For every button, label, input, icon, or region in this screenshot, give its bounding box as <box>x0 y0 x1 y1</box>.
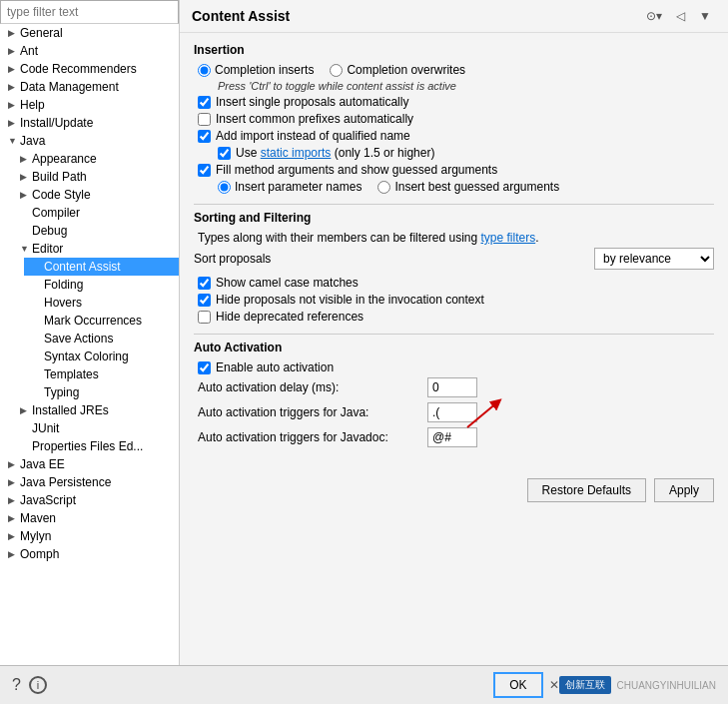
delay-row: Auto activation delay (ms): <box>198 377 714 397</box>
panel-title: Content Assist <box>192 8 290 24</box>
panel-header: Content Assist ⊙▾ ◁ ▼ <box>180 0 728 33</box>
completion-inserts-radio[interactable] <box>198 64 211 77</box>
insert-common-row: Insert common prefixes automatically <box>194 112 714 126</box>
sidebar-item-java-code-style[interactable]: ▶ Code Style <box>12 186 179 204</box>
sidebar-item-syntax-coloring[interactable]: Syntax Coloring <box>24 348 179 365</box>
sidebar-item-typing[interactable]: Typing <box>24 383 179 401</box>
sidebar-item-code-recommenders[interactable]: ▶ Code Recommenders <box>0 60 179 78</box>
insert-best-label[interactable]: Insert best guessed arguments <box>377 180 559 194</box>
insert-param-radio[interactable] <box>218 181 231 194</box>
menu-button[interactable]: ▼ <box>694 6 716 26</box>
completion-overwrites-label[interactable]: Completion overwrites <box>330 63 465 77</box>
sidebar-item-java-ee[interactable]: ▶ Java EE <box>0 455 179 473</box>
triggers-javadoc-input[interactable] <box>427 427 477 447</box>
sidebar-item-java-debug[interactable]: Debug <box>12 222 179 240</box>
insert-single-label[interactable]: Insert single proposals automatically <box>216 95 408 109</box>
sidebar-item-java[interactable]: ▼ Java <box>0 132 179 150</box>
triggers-javadoc-label: Auto activation triggers for Javadoc: <box>198 430 427 444</box>
hide-deprecated-checkbox[interactable] <box>198 311 211 324</box>
expand-icon <box>20 423 32 433</box>
completion-overwrites-radio[interactable] <box>330 64 343 77</box>
insert-param-label[interactable]: Insert parameter names <box>218 180 362 194</box>
fill-method-row: Fill method arguments and show guessed a… <box>194 163 714 177</box>
expand-icon: ▶ <box>8 477 20 487</box>
sidebar-item-java-compiler[interactable]: Compiler <box>12 204 179 222</box>
type-filters-link[interactable]: type filters <box>481 231 536 245</box>
add-import-label[interactable]: Add import instead of qualified name <box>216 129 410 143</box>
enable-auto-checkbox[interactable] <box>198 361 211 374</box>
sidebar-item-maven[interactable]: ▶ Maven <box>0 509 179 527</box>
sidebar-item-install-update[interactable]: ▶ Install/Update <box>0 114 179 132</box>
sidebar-item-content-assist[interactable]: Content Assist <box>24 258 179 276</box>
insert-best-radio[interactable] <box>377 181 390 194</box>
hide-proposals-row: Hide proposals not visible in the invoca… <box>194 293 714 307</box>
show-camel-checkbox[interactable] <box>198 277 211 290</box>
sidebar-item-templates[interactable]: Templates <box>24 365 179 383</box>
restore-defaults-button[interactable]: Restore Defaults <box>527 478 646 502</box>
back-button[interactable]: ⊙▾ <box>641 6 667 26</box>
sidebar-item-oomph[interactable]: ▶ Oomph <box>0 545 179 563</box>
insert-single-checkbox[interactable] <box>198 96 211 109</box>
hide-proposals-checkbox[interactable] <box>198 294 211 307</box>
enable-auto-label[interactable]: Enable auto activation <box>216 360 334 374</box>
enable-auto-row: Enable auto activation <box>194 360 714 374</box>
expand-icon <box>32 280 44 290</box>
apply-button[interactable]: Apply <box>654 478 714 502</box>
hide-proposals-label[interactable]: Hide proposals not visible in the invoca… <box>216 293 484 307</box>
use-static-label[interactable]: Use static imports (only 1.5 or higher) <box>236 146 434 160</box>
forward-button[interactable]: ◁ <box>671 6 690 26</box>
sort-proposals-select[interactable]: by relevance alphabetically <box>594 248 714 270</box>
insert-common-checkbox[interactable] <box>198 113 211 126</box>
insertion-section-title: Insertion <box>194 43 714 57</box>
footer-actions: OK ✕ <box>493 672 558 698</box>
sidebar-item-ant[interactable]: ▶ Ant <box>0 42 179 60</box>
sidebar-item-installed-jres[interactable]: ▶ Installed JREs <box>12 401 179 419</box>
use-static-checkbox[interactable] <box>218 147 231 160</box>
sidebar-item-java-appearance[interactable]: ▶ Appearance <box>12 150 179 168</box>
param-mode-group: Insert parameter names Insert best guess… <box>194 180 714 194</box>
expand-icon: ▶ <box>8 118 20 128</box>
expand-icon <box>20 226 32 236</box>
sidebar-item-mark-occurrences[interactable]: Mark Occurrences <box>24 312 179 330</box>
watermark-sub: CHUANGYINHUILIAN <box>617 680 716 691</box>
sidebar-item-help[interactable]: ▶ Help <box>0 96 179 114</box>
delay-input[interactable] <box>427 377 477 397</box>
sidebar-item-mylyn[interactable]: ▶ Mylyn <box>0 527 179 545</box>
add-import-checkbox[interactable] <box>198 130 211 143</box>
sidebar-item-java-editor[interactable]: ▼ Editor <box>12 240 179 258</box>
cancel-icon[interactable]: ✕ <box>549 678 559 692</box>
expand-icon: ▶ <box>20 172 32 182</box>
sidebar-item-java-persistence[interactable]: ▶ Java Persistence <box>0 473 179 491</box>
sidebar-item-hovers[interactable]: Hovers <box>24 294 179 312</box>
triggers-java-input[interactable] <box>427 402 477 422</box>
expand-icon <box>20 441 32 451</box>
static-imports-link[interactable]: static imports <box>261 146 332 160</box>
fill-method-checkbox[interactable] <box>198 164 211 177</box>
fill-method-label[interactable]: Fill method arguments and show guessed a… <box>216 163 497 177</box>
sidebar-item-java-build-path[interactable]: ▶ Build Path <box>12 168 179 186</box>
sidebar-item-folding[interactable]: Folding <box>24 276 179 294</box>
sidebar-item-junit[interactable]: JUnit <box>12 419 179 437</box>
show-camel-label[interactable]: Show camel case matches <box>216 276 359 290</box>
insert-common-label[interactable]: Insert common prefixes automatically <box>216 112 413 126</box>
help-icon[interactable]: ? <box>12 676 21 694</box>
expand-icon <box>32 298 44 308</box>
sidebar-item-general[interactable]: ▶ General <box>0 24 179 42</box>
ok-button[interactable]: OK <box>493 672 542 698</box>
expand-icon <box>32 387 44 397</box>
insert-single-row: Insert single proposals automatically <box>194 95 714 109</box>
sidebar-item-data-management[interactable]: ▶ Data Management <box>0 78 179 96</box>
completion-inserts-label[interactable]: Completion inserts <box>198 63 314 77</box>
expand-icon <box>32 334 44 344</box>
sidebar-item-properties-files[interactable]: Properties Files Ed... <box>12 437 179 455</box>
filter-input[interactable] <box>0 0 179 24</box>
info-icon[interactable]: i <box>29 676 47 694</box>
sidebar: ▶ General ▶ Ant ▶ Code Recommenders ▶ Da… <box>0 0 180 665</box>
triggers-java-row: Auto activation triggers for Java: <box>198 402 714 422</box>
tree: ▶ General ▶ Ant ▶ Code Recommenders ▶ Da… <box>0 24 179 665</box>
sidebar-item-save-actions[interactable]: Save Actions <box>24 330 179 348</box>
expand-icon <box>32 369 44 379</box>
sidebar-item-javascript[interactable]: ▶ JavaScript <box>0 491 179 509</box>
completion-mode-group: Completion inserts Completion overwrites <box>194 63 714 77</box>
hide-deprecated-label[interactable]: Hide deprecated references <box>216 310 364 324</box>
